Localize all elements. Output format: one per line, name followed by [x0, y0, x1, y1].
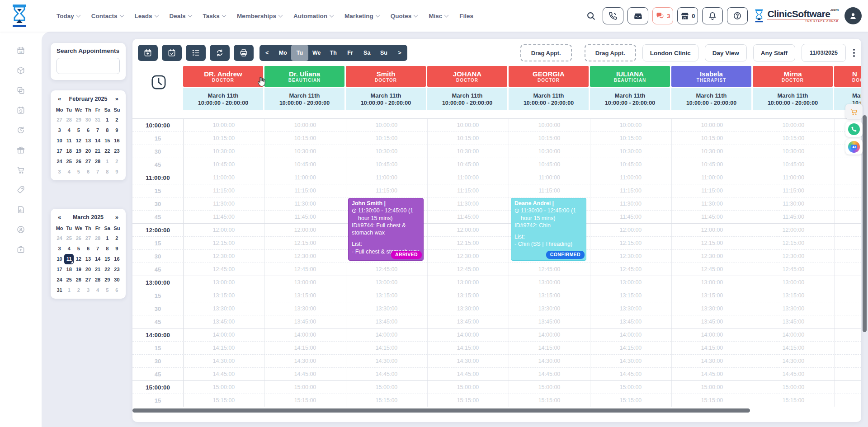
schedule-slot-cell[interactable]: 15:15:00 [834, 394, 861, 407]
schedule-slot-cell[interactable]: 10:15:00 [590, 132, 671, 145]
schedule-slot-cell[interactable]: 12:00:00 [834, 224, 861, 237]
calendar-day[interactable]: 12 [74, 136, 83, 146]
schedule-slot-cell[interactable]: 11:00:00 [264, 171, 346, 184]
schedule-slot-cell[interactable]: 14:30:00 [671, 355, 753, 368]
calendar-sync-icon[interactable] [16, 106, 25, 115]
staff-column-header[interactable]: DR. AndrewDOCTOR [183, 66, 263, 87]
appointment-block[interactable]: John Smith |11:30:00 - 12:45:00 (1 hour … [348, 198, 424, 261]
chat-button[interactable]: 3 [652, 7, 673, 24]
schedule-slot-cell[interactable]: 11:00:00 [183, 171, 264, 184]
schedule-slot-cell[interactable]: 14:30:00 [427, 355, 509, 368]
schedule-slot-cell[interactable]: 15:00:00 [509, 381, 590, 394]
calendar-day[interactable]: 29 [103, 275, 112, 285]
schedule-slot-cell[interactable]: 10:30:00 [346, 145, 427, 158]
schedule-slot-cell[interactable]: 12:45:00 [753, 263, 834, 276]
calendar-day[interactable]: 17 [55, 264, 64, 275]
schedule-slot-cell[interactable]: 14:30:00 [753, 355, 834, 368]
lock-case-icon[interactable] [16, 245, 25, 254]
calendar-day[interactable]: 5 [103, 285, 112, 296]
calendar-day[interactable]: 1 [103, 156, 112, 167]
calendar-day[interactable]: 26 [74, 233, 83, 244]
schedule-slot-cell[interactable]: 10:15:00 [427, 132, 509, 145]
calendar-day[interactable]: 16 [112, 136, 122, 146]
schedule-slot-cell[interactable]: 13:45:00 [427, 315, 509, 328]
schedule-slot-cell[interactable]: 15:00:00 [671, 381, 753, 394]
calendar-day[interactable]: 30 [112, 275, 122, 285]
phone-button[interactable] [603, 7, 623, 24]
floating-cart-button[interactable] [845, 104, 863, 119]
schedule-slot-cell[interactable]: 14:00:00 [834, 328, 861, 342]
calendar-day[interactable]: 28 [93, 233, 103, 244]
schedule-slot-cell[interactable]: 13:45:00 [264, 315, 346, 328]
schedule-slot-cell[interactable]: 14:00:00 [264, 328, 346, 342]
calendar-day[interactable]: 5 [74, 167, 83, 177]
schedule-slot-cell[interactable]: 10:45:00 [264, 158, 346, 171]
schedule-slot-cell[interactable]: 14:00:00 [346, 328, 427, 342]
schedule-slot-cell[interactable]: 11:30:00 [264, 197, 346, 211]
schedule-slot-cell[interactable]: 10:00:00 [183, 119, 264, 132]
floating-phone-button[interactable] [845, 122, 863, 137]
calendar-day[interactable]: 18 [64, 146, 74, 156]
calendar-day[interactable]: 22 [103, 146, 112, 156]
schedule-slot-cell[interactable]: 14:45:00 [264, 368, 346, 381]
schedule-slot-cell[interactable]: 10:00:00 [753, 119, 834, 132]
schedule-slot-cell[interactable]: 10:30:00 [753, 145, 834, 158]
calendar-day[interactable]: 27 [83, 275, 93, 285]
history-icon[interactable] [16, 126, 25, 135]
schedule-slot-cell[interactable]: 13:30:00 [264, 302, 346, 315]
schedule-slot-cell[interactable]: 11:00:00 [509, 171, 590, 184]
calendar-day[interactable]: 7 [93, 167, 103, 177]
calendar-day[interactable]: 2 [112, 233, 122, 244]
schedule-slot-cell[interactable]: 15:00:00 [834, 381, 861, 394]
calendar-day[interactable]: 28 [64, 115, 74, 125]
schedule-slot-cell[interactable]: 13:45:00 [671, 315, 753, 328]
nav-item-leads[interactable]: Leads [135, 13, 158, 19]
schedule-slot-cell[interactable]: 13:45:00 [834, 315, 861, 328]
calendar-day[interactable]: 26 [74, 275, 83, 285]
schedule-slot-cell[interactable]: 11:45:00 [183, 211, 264, 224]
calendar-day[interactable]: 25 [64, 233, 74, 244]
schedule-slot-cell[interactable]: 14:15:00 [834, 342, 861, 355]
schedule-slot-cell[interactable]: 15:15:00 [346, 394, 427, 407]
calendar-day[interactable]: 18 [64, 264, 74, 275]
nav-item-deals[interactable]: Deals [170, 13, 192, 19]
schedule-slot-cell[interactable]: 12:15:00 [671, 237, 753, 250]
schedule-slot-cell[interactable]: 14:30:00 [183, 355, 264, 368]
schedule-slot-cell[interactable]: 13:00:00 [346, 276, 427, 289]
schedule-slot-cell[interactable]: 11:15:00 [753, 184, 834, 197]
schedule-slot-cell[interactable]: 14:45:00 [671, 368, 753, 381]
calendar-day[interactable]: 28 [93, 275, 103, 285]
schedule-slot-cell[interactable]: 10:45:00 [590, 158, 671, 171]
schedule-slot-cell[interactable]: 10:30:00 [264, 145, 346, 158]
schedule-slot-cell[interactable]: 10:00:00 [346, 119, 427, 132]
schedule-slot-cell[interactable]: 13:30:00 [590, 302, 671, 315]
schedule-slot-cell[interactable]: 15:00:00 [427, 381, 509, 394]
calendar-day[interactable]: 20 [83, 264, 93, 275]
calendar-day[interactable]: 6 [83, 167, 93, 177]
schedule-slot-cell[interactable]: 11:45:00 [753, 211, 834, 224]
schedule-slot-cell[interactable]: 10:15:00 [346, 132, 427, 145]
calendar-day[interactable]: 28 [93, 156, 103, 167]
schedule-slot-cell[interactable]: 11:30:00 [834, 197, 861, 211]
schedule-slot-cell[interactable]: 10:00:00 [671, 119, 753, 132]
calendar-day[interactable]: 11 [64, 136, 74, 146]
calendar-day[interactable]: 6 [83, 125, 93, 136]
schedule-slot-cell[interactable]: 13:00:00 [590, 276, 671, 289]
calendar-day[interactable]: 23 [112, 264, 122, 275]
schedule-slot-cell[interactable]: 11:30:00 [753, 197, 834, 211]
calendar-day[interactable]: 15 [103, 136, 112, 146]
calendar-day[interactable]: 3 [55, 244, 64, 254]
schedule-slot-cell[interactable]: 14:45:00 [183, 368, 264, 381]
schedule-slot-cell[interactable]: 11:15:00 [671, 184, 753, 197]
nav-item-misc[interactable]: Misc [429, 13, 448, 19]
calendar-day[interactable]: 17 [55, 146, 64, 156]
schedule-slot-cell[interactable]: 14:15:00 [671, 342, 753, 355]
schedule-slot-cell[interactable]: 14:00:00 [427, 328, 509, 342]
price-tag-icon[interactable] [16, 185, 25, 194]
calendar-day[interactable]: 10 [55, 254, 64, 264]
schedule-slot-cell[interactable]: 13:15:00 [346, 289, 427, 302]
calendar-day[interactable]: 13 [83, 254, 93, 264]
schedule-slot-cell[interactable]: 15:00:00 [590, 381, 671, 394]
nav-item-memberships[interactable]: Memberships [237, 13, 282, 19]
package-icon[interactable] [16, 66, 25, 75]
